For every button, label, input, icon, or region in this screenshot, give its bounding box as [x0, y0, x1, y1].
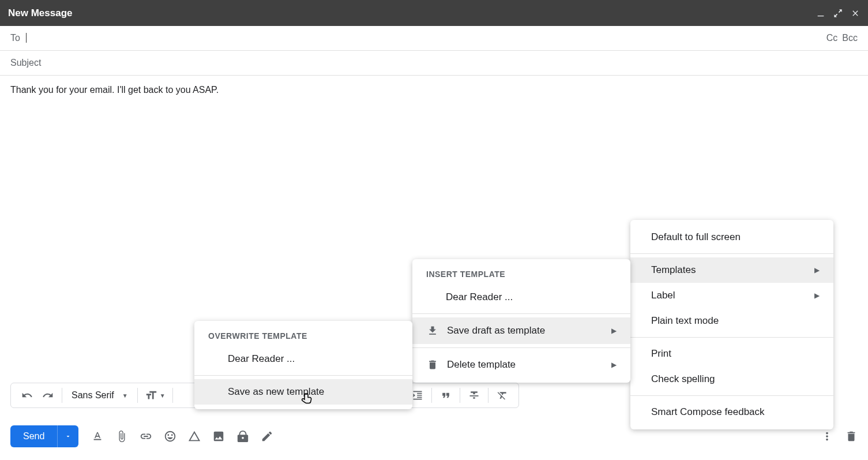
drive-icon[interactable]	[188, 430, 201, 443]
arrow-right-icon: ▶	[611, 327, 617, 335]
cc-bcc-group: Cc Bcc	[826, 33, 858, 43]
toolbar-divider	[460, 388, 460, 403]
trash-icon	[426, 358, 439, 371]
chevron-down-icon: ▼	[122, 392, 128, 399]
window-controls	[816, 9, 860, 18]
menu-divider	[630, 253, 833, 254]
strikethrough-button[interactable]	[464, 387, 484, 403]
cc-button[interactable]: Cc	[826, 33, 838, 43]
quote-button[interactable]	[435, 387, 456, 403]
menu-divider	[630, 395, 833, 396]
menu-item-overwrite-dear-reader[interactable]: Dear Reader ...	[194, 346, 412, 372]
arrow-right-icon: ▶	[611, 361, 617, 369]
bcc-button[interactable]: Bcc	[842, 33, 858, 43]
arrow-right-icon: ▶	[814, 291, 820, 300]
attachment-icon[interactable]	[115, 430, 128, 443]
svg-rect-0	[818, 16, 824, 16]
insert-template-header: INSERT TEMPLATE	[412, 264, 630, 285]
body-text: Thank you for your email. I'll get back …	[10, 85, 219, 95]
send-button[interactable]: Send	[10, 425, 57, 447]
to-field-row: To Cc Bcc	[0, 26, 868, 51]
window-title: New Message	[8, 8, 73, 19]
discard-draft-icon[interactable]	[845, 430, 858, 443]
toolbar-divider	[62, 388, 62, 403]
action-icons-group	[91, 430, 273, 443]
menu-item-save-as-new-template[interactable]: Save as new template	[194, 379, 412, 405]
confidential-icon[interactable]	[236, 430, 249, 443]
menu-divider	[412, 313, 630, 314]
menu-item-plain-text[interactable]: Plain text mode	[630, 308, 833, 334]
templates-submenu: INSERT TEMPLATE Dear Reader ... Save dra…	[412, 259, 630, 383]
toolbar-divider	[488, 388, 489, 403]
image-icon[interactable]	[212, 430, 225, 443]
text-format-icon[interactable]	[91, 430, 104, 443]
menu-divider	[630, 337, 833, 338]
overwrite-template-header: OVERWRITE TEMPLATE	[194, 326, 412, 346]
emoji-icon[interactable]	[164, 430, 176, 443]
menu-item-templates[interactable]: Templates ▶	[630, 257, 833, 283]
subject-placeholder: Subject	[10, 58, 41, 68]
compose-header: New Message	[0, 0, 868, 26]
more-options-menu: Default to full screen Templates ▶ Label…	[630, 220, 833, 429]
close-icon[interactable]	[851, 9, 860, 18]
minimize-icon[interactable]	[816, 9, 825, 18]
subject-field[interactable]: Subject	[0, 51, 868, 76]
to-input[interactable]	[26, 33, 826, 43]
font-selector[interactable]: Sans Serif ▼	[66, 390, 134, 401]
menu-divider	[194, 375, 412, 376]
toolbar-divider	[172, 388, 173, 403]
menu-divider	[412, 347, 630, 348]
redo-button[interactable]	[37, 387, 58, 403]
resize-icon[interactable]	[833, 9, 843, 18]
pen-icon[interactable]	[261, 430, 273, 443]
arrow-right-icon: ▶	[814, 266, 820, 274]
undo-button[interactable]	[17, 387, 37, 403]
menu-item-label[interactable]: Label ▶	[630, 283, 833, 308]
chevron-down-icon: ▼	[160, 392, 166, 399]
to-label: To	[10, 33, 20, 43]
menu-item-delete-template[interactable]: Delete template ▶	[412, 351, 630, 378]
overwrite-template-submenu: OVERWRITE TEMPLATE Dear Reader ... Save …	[194, 321, 412, 409]
link-icon[interactable]	[140, 430, 152, 443]
menu-item-save-draft-as-template[interactable]: Save draft as template ▶	[412, 317, 630, 344]
send-more-button[interactable]	[57, 425, 78, 447]
menu-item-print[interactable]: Print	[630, 341, 833, 366]
toolbar-divider	[137, 388, 138, 403]
font-name: Sans Serif	[72, 390, 114, 401]
menu-item-template-dear-reader[interactable]: Dear Reader ...	[412, 285, 630, 310]
menu-item-smart-compose-feedback[interactable]: Smart Compose feedback	[630, 399, 833, 425]
send-split-button: Send	[10, 425, 78, 447]
download-icon	[426, 324, 439, 337]
clear-formatting-button[interactable]	[492, 387, 513, 403]
menu-item-full-screen[interactable]: Default to full screen	[630, 225, 833, 250]
bottom-left-group: Send	[10, 425, 273, 447]
text-size-selector[interactable]: ▼	[141, 389, 169, 402]
menu-item-check-spelling[interactable]: Check spelling	[630, 366, 833, 392]
toolbar-divider	[431, 388, 432, 403]
bottom-right-group	[821, 430, 858, 443]
more-options-icon[interactable]	[821, 430, 833, 443]
